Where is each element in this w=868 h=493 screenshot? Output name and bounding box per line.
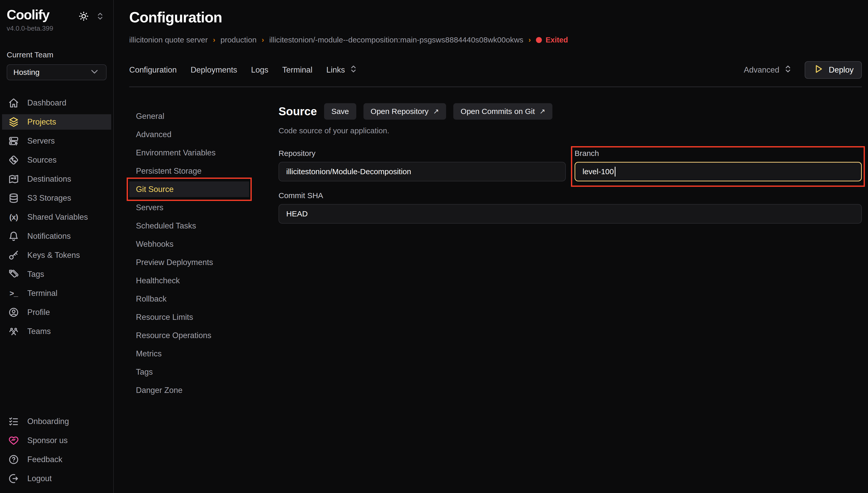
chevron-up-down-icon <box>95 11 106 22</box>
tab-configuration[interactable]: Configuration <box>129 64 176 77</box>
sidebar-item-label: Dashboard <box>27 98 66 108</box>
subnav-item-rollback[interactable]: Rollback <box>129 291 275 307</box>
tab-logs[interactable]: Logs <box>251 64 268 77</box>
subnav-item-environment-variables[interactable]: Environment Variables <box>129 145 275 160</box>
open-repository-button[interactable]: Open Repository ↗ <box>363 103 446 120</box>
subnav-item-scheduled-tasks[interactable]: Scheduled Tasks <box>129 218 275 234</box>
branch-field-group: Branch level-100 <box>575 149 862 181</box>
breadcrumb-environment[interactable]: production <box>220 36 256 44</box>
logout-icon <box>8 473 19 484</box>
sun-icon <box>78 11 89 22</box>
key-icon <box>8 250 19 261</box>
sidebar-nav: Dashboard Projects Serve <box>0 95 113 339</box>
sidebar-header: Coolify <box>0 8 113 22</box>
source-subtitle: Code source of your application. <box>278 126 862 135</box>
sidebar-item-shared-variables[interactable]: (x) Shared Variables <box>2 210 111 225</box>
subnav-item-advanced[interactable]: Advanced <box>129 127 275 142</box>
sidebar-item-label: Profile <box>27 308 50 317</box>
sidebar-item-label: Terminal <box>27 289 57 298</box>
sidebar-item-label: Shared Variables <box>27 213 88 222</box>
subnav-item-preview-deployments[interactable]: Preview Deployments <box>129 255 275 270</box>
user-circle-icon <box>8 307 19 318</box>
sidebar-item-notifications[interactable]: Notifications <box>2 229 111 244</box>
subnav-item-git-source[interactable]: Git Source <box>129 181 249 197</box>
layers-icon <box>8 116 19 127</box>
terminal-icon: >_ <box>8 288 19 299</box>
sidebar-item-label: Feedback <box>27 455 62 464</box>
commit-sha-input[interactable]: HEAD <box>278 204 862 223</box>
current-team-label: Current Team <box>0 50 113 59</box>
sidebar-item-terminal[interactable]: >_ Terminal <box>2 286 111 301</box>
sidebar-item-sponsor-us[interactable]: Sponsor us <box>2 433 111 448</box>
subnav-item-persistent-storage[interactable]: Persistent Storage <box>129 163 275 179</box>
sidebar-item-feedback[interactable]: Feedback <box>2 452 111 467</box>
configuration-content: General Advanced Environment Variables P… <box>129 103 862 493</box>
breadcrumb-application[interactable]: illicitestonion/-module--decomposition:m… <box>269 36 523 44</box>
sidebar-item-sources[interactable]: Sources <box>2 152 111 168</box>
subnav-item-general[interactable]: General <box>129 108 275 124</box>
sidebar-item-label: S3 Storages <box>27 193 71 203</box>
app-logo: Coolify <box>7 8 49 22</box>
subnav-item-webhooks[interactable]: Webhooks <box>129 236 275 252</box>
subnav-item-servers[interactable]: Servers <box>129 200 275 215</box>
chevron-down-icon <box>89 66 100 79</box>
team-select[interactable]: Hosting <box>7 64 107 80</box>
subnav-item-label: Git Source <box>136 185 173 194</box>
sidebar-item-label: Destinations <box>27 174 71 184</box>
repository-input[interactable]: illicitestonion/Module-Decomposition <box>278 162 566 181</box>
tab-deployments[interactable]: Deployments <box>190 64 237 77</box>
deploy-label: Deploy <box>829 65 854 74</box>
save-button[interactable]: Save <box>324 103 356 120</box>
commit-sha-field-group: Commit SHA HEAD <box>278 191 862 223</box>
deploy-button[interactable]: Deploy <box>805 61 862 79</box>
subnav-item-danger-zone[interactable]: Danger Zone <box>129 382 275 398</box>
sidebar-item-servers[interactable]: Servers <box>2 133 111 149</box>
sidebar-footer: Onboarding Sponsor us Fe <box>0 414 113 486</box>
advanced-label: Advanced <box>744 65 780 74</box>
chevron-right-icon: › <box>528 36 531 44</box>
sidebar-item-tags[interactable]: Tags <box>2 266 111 282</box>
help-circle-icon <box>8 454 19 465</box>
sidebar-item-label: Onboarding <box>27 417 69 426</box>
subnav-item-resource-limits[interactable]: Resource Limits <box>129 309 275 325</box>
sidebar-item-keys-tokens[interactable]: Keys & Tokens <box>2 248 111 263</box>
sidebar: Coolify <box>0 0 114 493</box>
sidebar-item-label: Keys & Tokens <box>27 251 80 260</box>
home-icon <box>8 98 19 108</box>
tab-links[interactable]: Links <box>326 64 359 77</box>
open-commits-button[interactable]: Open Commits on Git ↗ <box>453 103 552 120</box>
sidebar-item-destinations[interactable]: Destinations <box>2 171 111 187</box>
tab-terminal[interactable]: Terminal <box>282 64 313 77</box>
sidebar-item-logout[interactable]: Logout <box>2 471 111 486</box>
sidebar-item-dashboard[interactable]: Dashboard <box>2 95 111 111</box>
main-content: Configuration illicitonion quote server … <box>114 0 868 493</box>
subnav-item-metrics[interactable]: Metrics <box>129 346 275 362</box>
sidebar-item-teams[interactable]: Teams <box>2 324 111 339</box>
sidebar-item-s3-storages[interactable]: S3 Storages <box>2 190 111 206</box>
text-caret <box>615 167 615 176</box>
sidebar-item-projects[interactable]: Projects <box>2 114 111 130</box>
breadcrumb-project[interactable]: illicitonion quote server <box>129 36 208 44</box>
database-icon <box>8 193 19 203</box>
subnav-item-healthcheck[interactable]: Healthcheck <box>129 273 275 288</box>
chevron-right-icon: › <box>213 36 215 44</box>
external-link-icon: ↗ <box>433 107 439 115</box>
breadcrumb: illicitonion quote server › production ›… <box>129 36 862 44</box>
subnav-item-tags[interactable]: Tags <box>129 364 275 380</box>
sidebar-item-label: Sources <box>27 155 57 165</box>
sidebar-item-profile[interactable]: Profile <box>2 305 111 320</box>
tab-links-label: Links <box>326 65 345 74</box>
theme-toggle-button[interactable] <box>78 11 89 22</box>
advanced-menu[interactable]: Advanced <box>744 64 793 77</box>
theme-selector-button[interactable] <box>95 11 106 22</box>
source-section-title: Source <box>278 105 317 118</box>
status-dot-icon <box>536 37 542 43</box>
subnav-item-resource-operations[interactable]: Resource Operations <box>129 327 275 343</box>
sidebar-item-label: Logout <box>27 474 52 483</box>
app-version: v4.0.0-beta.399 <box>0 24 113 33</box>
sidebar-item-label: Tags <box>27 270 44 279</box>
open-repository-label: Open Repository <box>371 107 429 116</box>
sidebar-item-label: Servers <box>27 136 55 146</box>
sidebar-item-onboarding[interactable]: Onboarding <box>2 414 111 429</box>
branch-input[interactable]: level-100 <box>575 162 862 181</box>
